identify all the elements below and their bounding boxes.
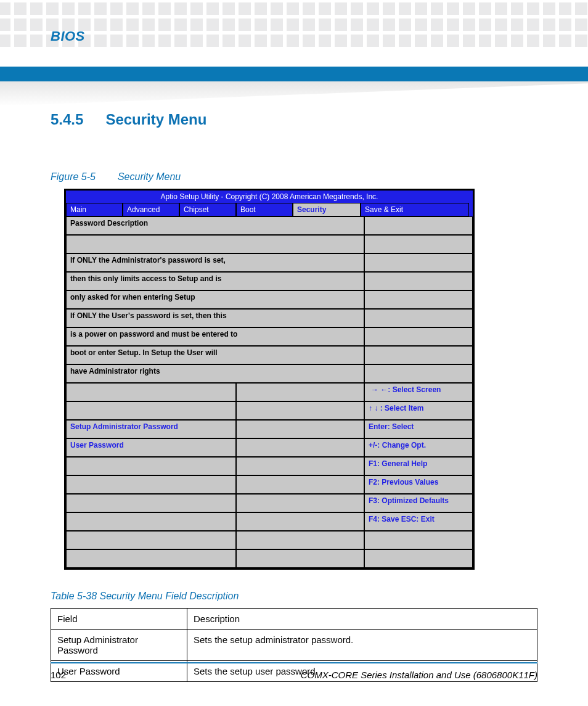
bios-empty-cell [66, 457, 236, 475]
bios-tab-security[interactable]: Security [293, 203, 361, 216]
bios-empty-cell [66, 383, 236, 401]
bios-empty-cell [66, 531, 236, 549]
bios-text-row: is a power on password and must be enter… [66, 327, 364, 346]
bios-empty-cell [364, 272, 473, 290]
table-header-field: Field [51, 609, 187, 630]
header-accent-bar [0, 67, 588, 81]
bios-tab-bar: Main Advanced Chipset Boot Security Save… [66, 203, 473, 216]
page-footer: 102 COMX-CORE Series Installation and Us… [51, 662, 537, 680]
bios-help-row: F1: General Help [364, 457, 473, 475]
bios-empty-cell [66, 475, 236, 494]
bios-empty-cell [66, 494, 236, 512]
section-heading: 5.4.5 Security Menu [51, 111, 537, 128]
bios-help-row: → ←: Select Screen [364, 383, 473, 401]
bios-tab-save-exit[interactable]: Save & Exit [361, 203, 469, 216]
bios-empty-cell [364, 290, 473, 309]
bios-empty-cell [236, 531, 364, 549]
bios-help-row: F3: Optimized Defaults [364, 494, 473, 512]
bios-empty-cell [236, 401, 364, 420]
table-cell-field: Setup Administrator Password [51, 630, 187, 661]
bios-text-row: Password Description [66, 216, 364, 235]
bios-help-row: Enter: Select [364, 420, 473, 438]
bios-empty-cell [364, 364, 473, 383]
bios-empty-cell [236, 457, 364, 475]
bios-help-row: +/-: Change Opt. [364, 438, 473, 457]
section-number: 5.4.5 [51, 111, 83, 128]
bios-empty-cell [236, 475, 364, 494]
bios-empty-cell [236, 383, 364, 401]
bios-empty-cell [364, 346, 473, 364]
bios-text-row: have Administrator rights [66, 364, 364, 383]
table-cell-desc: Sets the setup administrator password. [187, 630, 537, 661]
table-row: Setup Administrator Password Sets the se… [51, 630, 537, 661]
bios-help-row: F4: Save ESC: Exit [364, 512, 473, 531]
bios-tab-boot[interactable]: Boot [236, 203, 293, 216]
bios-help-text: → ←: Select Screen [371, 385, 441, 394]
bios-empty-cell [364, 253, 473, 272]
bios-tab-chipset[interactable]: Chipset [179, 203, 236, 216]
figure-title: Security Menu [118, 171, 181, 182]
bios-text-row: If ONLY the Administrator's password is … [66, 253, 364, 272]
bios-option-admin-password[interactable]: Setup Administrator Password [66, 420, 236, 438]
bios-text-row: boot or enter Setup. In Setup the User w… [66, 346, 364, 364]
bios-empty-cell [364, 531, 473, 549]
bios-tab-main[interactable]: Main [66, 203, 123, 216]
header-wedge [0, 81, 588, 106]
bios-empty-cell [364, 235, 473, 253]
bios-text-row: then this only limits access to Setup an… [66, 272, 364, 290]
bios-empty-cell [236, 420, 364, 438]
bios-text-row [66, 235, 364, 253]
bios-screenshot: Aptio Setup Utility - Copyright (C) 2008… [64, 189, 475, 570]
bios-body: Password Description If ONLY the Adminis… [66, 216, 473, 568]
bios-empty-cell [236, 549, 364, 568]
header-pattern [0, 0, 588, 59]
bios-empty-cell [236, 494, 364, 512]
page-number: 102 [51, 670, 66, 680]
bios-tab-advanced[interactable]: Advanced [123, 203, 179, 216]
bios-empty-cell [364, 549, 473, 568]
footer-doc-title: COMX-CORE Series Installation and Use (6… [301, 670, 537, 680]
bios-help-row: F2: Previous Values [364, 475, 473, 494]
bios-empty-cell [236, 512, 364, 531]
bios-empty-cell [364, 309, 473, 327]
bios-option-user-password[interactable]: User Password [66, 438, 236, 457]
bios-empty-cell [66, 512, 236, 531]
bios-empty-cell [236, 438, 364, 457]
bios-empty-cell [364, 216, 473, 235]
chapter-title: BIOS [51, 28, 85, 44]
table-header-row: Field Description [51, 609, 537, 630]
bios-empty-cell [364, 327, 473, 346]
bios-help-row: ↑ ↓ : Select Item [364, 401, 473, 420]
table-header-desc: Description [187, 609, 537, 630]
bios-text-row: If ONLY the User's password is set, then… [66, 309, 364, 327]
figure-label: Figure 5-5 [51, 171, 96, 182]
page-content: 5.4.5 Security Menu Figure 5-5Security M… [51, 111, 537, 651]
bios-title-bar: Aptio Setup Utility - Copyright (C) 2008… [66, 191, 473, 203]
bios-empty-cell [66, 401, 236, 420]
bios-empty-cell [66, 549, 236, 568]
section-title: Security Menu [105, 111, 206, 128]
bios-text-row: only asked for when entering Setup [66, 290, 364, 309]
table-caption: Table 5-38 Security Menu Field Descripti… [51, 591, 537, 602]
figure-caption: Figure 5-5Security Menu [51, 171, 537, 183]
